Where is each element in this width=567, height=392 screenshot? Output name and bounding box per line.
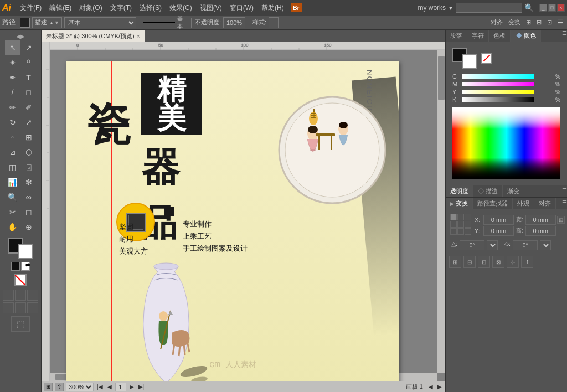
toolbar-icon-3[interactable]: ⊡ xyxy=(545,19,554,26)
rotate-tool[interactable]: ↻ xyxy=(5,115,20,130)
status-icon-2[interactable]: ⇧ xyxy=(55,383,64,391)
toolbar-icon-1[interactable]: ⊞ xyxy=(524,19,533,26)
y-input[interactable] xyxy=(483,226,514,236)
search-icon[interactable]: 🔍 xyxy=(524,3,534,12)
artboard-button[interactable]: ⬚ xyxy=(11,316,30,332)
k-slider[interactable] xyxy=(462,97,534,102)
minimize-button[interactable]: _ xyxy=(539,4,547,12)
ref-tc[interactable] xyxy=(457,214,464,220)
gradient-tool[interactable]: ◫ xyxy=(5,160,20,174)
btab-options[interactable]: ☰ xyxy=(562,198,567,209)
pen-tool[interactable]: ✒ xyxy=(5,70,20,85)
document-canvas[interactable]: 瓷 精美 NGMEICIQI 器 品 xyxy=(66,61,399,381)
tab-close-button[interactable]: × xyxy=(137,33,140,39)
scissors-tool[interactable]: ✂ xyxy=(5,205,20,219)
btab-align[interactable]: 对齐 xyxy=(534,198,556,209)
type-tool[interactable]: T xyxy=(21,70,37,85)
next-button[interactable]: ▶ xyxy=(128,384,135,390)
prev-page-button[interactable]: |◀ xyxy=(96,384,104,390)
opacity-input[interactable] xyxy=(223,17,245,28)
ref-mr[interactable] xyxy=(465,221,471,228)
extra-button-2[interactable] xyxy=(15,302,26,313)
canvas-nav-left[interactable]: ◀ xyxy=(427,384,434,390)
bridge-button[interactable]: Br xyxy=(291,3,302,12)
lower-panel-options[interactable]: ☰ xyxy=(562,185,567,197)
angle2-unit-select[interactable]: ° xyxy=(540,240,551,250)
swap-colors-icon[interactable]: ⇌ xyxy=(21,262,30,271)
ref-bc[interactable] xyxy=(457,228,464,235)
menu-view[interactable]: 视图(V) xyxy=(197,2,225,14)
panel-options-button[interactable]: ☰ xyxy=(562,30,567,42)
status-icon-1[interactable]: ⊞ xyxy=(44,383,53,391)
shape-builder-tool[interactable]: ⊿ xyxy=(5,145,20,159)
btab-pathfinder[interactable]: 路径查找器 xyxy=(473,198,513,209)
panel-expand-button[interactable]: ◀▶ xyxy=(0,32,41,40)
path-btn-5[interactable]: ⊹ xyxy=(507,256,519,268)
toolbar-icon-2[interactable]: ⊟ xyxy=(535,19,543,26)
align-label[interactable]: 对齐 xyxy=(489,18,504,27)
rotation-angle-input[interactable] xyxy=(460,240,484,250)
path-btn-3[interactable]: ⊡ xyxy=(478,256,490,268)
stroke-type-select[interactable]: 基本 xyxy=(64,17,136,28)
c-slider[interactable] xyxy=(462,74,534,79)
btab-appearance[interactable]: 外观 xyxy=(513,198,534,209)
menu-edit[interactable]: 编辑(E) xyxy=(46,2,75,14)
x-input[interactable] xyxy=(483,215,514,225)
chart-tool[interactable]: 📊 xyxy=(5,175,20,189)
shear-angle-input[interactable] xyxy=(513,240,538,250)
path-btn-4[interactable]: ⊠ xyxy=(492,256,504,268)
screen-mode-button-2[interactable] xyxy=(15,290,26,301)
tab-paragraph[interactable]: 段落 xyxy=(446,30,467,42)
extra-button-3[interactable] xyxy=(27,302,38,313)
next-page-button[interactable]: ▶| xyxy=(137,384,146,390)
vertical-scrollbar-thumb[interactable] xyxy=(438,56,445,100)
document-tab[interactable]: 未标题-3* @ 300% (CMYK/预览) × xyxy=(42,30,145,42)
y-slider[interactable] xyxy=(462,90,534,94)
rect-tool[interactable]: □ xyxy=(21,85,37,100)
symbol-tool[interactable]: ❇ xyxy=(21,175,37,189)
menu-text[interactable]: 文字(T) xyxy=(107,2,135,14)
free-transform-tool[interactable]: ⊞ xyxy=(21,130,37,145)
tab-stroke[interactable]: ◇ 描边 xyxy=(473,185,503,197)
stroke-mode-button[interactable]: 描述: ⬥ ▼ xyxy=(32,17,62,28)
ref-br[interactable] xyxy=(465,228,471,235)
line-tool[interactable]: / xyxy=(5,85,20,100)
panel-none-swatch[interactable] xyxy=(481,53,492,64)
color-spectrum[interactable] xyxy=(452,107,560,179)
extra-button-1[interactable] xyxy=(3,302,14,313)
style-button[interactable] xyxy=(269,17,279,28)
page-number-input[interactable] xyxy=(115,383,126,391)
workspace-dropdown-arrow[interactable]: ▼ xyxy=(448,5,453,11)
prev-button[interactable]: ◀ xyxy=(106,384,113,390)
m-slider[interactable] xyxy=(462,82,534,86)
change-screen-mode-button[interactable] xyxy=(3,290,14,301)
magic-wand-tool[interactable]: ✴ xyxy=(5,55,20,70)
toolbar-panel-menu[interactable]: ☰ xyxy=(556,19,565,26)
menu-effect[interactable]: 效果(C) xyxy=(166,2,195,14)
pencil-tool[interactable]: ✐ xyxy=(21,100,37,115)
lasso-tool[interactable]: ᴼ xyxy=(21,55,37,70)
stroke-swatch[interactable] xyxy=(20,18,30,28)
default-colors-icon[interactable] xyxy=(11,262,20,271)
scale-tool[interactable]: ⤢ xyxy=(21,115,37,130)
btab-transform[interactable]: ▶ 变换 xyxy=(446,198,473,209)
brush-tool[interactable]: ✏ xyxy=(5,100,20,115)
restore-button[interactable]: □ xyxy=(548,4,556,12)
selection-tool[interactable]: ↖ xyxy=(5,40,20,55)
canvas-nav-right[interactable]: ▶ xyxy=(436,384,443,390)
warp-tool[interactable]: ⌂ xyxy=(5,130,20,145)
ref-tr[interactable] xyxy=(465,214,471,220)
tab-color[interactable]: ◆ 颜色 xyxy=(511,30,541,42)
close-button[interactable]: × xyxy=(557,4,565,12)
blend-tool[interactable]: ∞ xyxy=(21,190,37,204)
screen-mode-button-3[interactable] xyxy=(27,290,38,301)
canvas-inner[interactable]: 瓷 精美 NGMEICIQI 器 品 xyxy=(50,50,437,381)
background-color-swatch[interactable] xyxy=(18,244,33,259)
menu-file[interactable]: 文件(F) xyxy=(17,2,45,14)
menu-help[interactable]: 帮助(H) xyxy=(258,2,287,14)
panel-bg-swatch[interactable] xyxy=(462,54,477,69)
hand-tool[interactable]: ✋ xyxy=(5,220,20,234)
ref-tl[interactable] xyxy=(450,214,457,220)
zoom-tool[interactable]: ⊕ xyxy=(21,220,37,234)
width-input[interactable] xyxy=(525,215,556,225)
